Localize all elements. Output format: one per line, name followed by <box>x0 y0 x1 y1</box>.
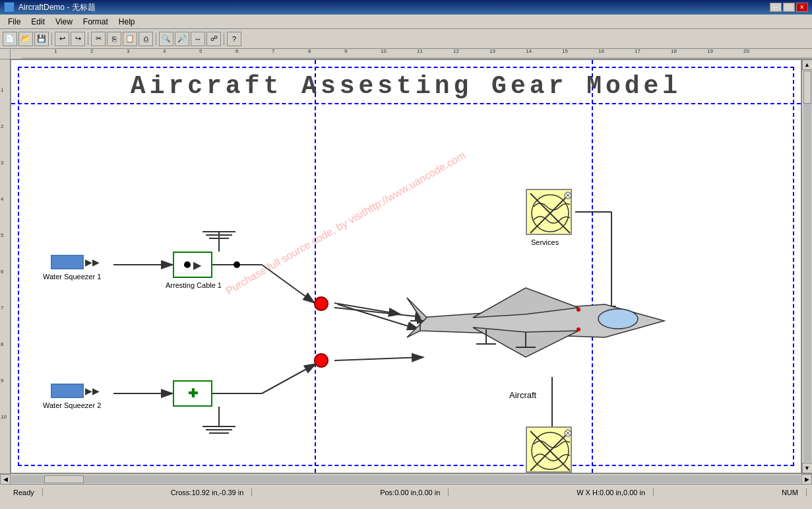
zoom-in-button[interactable]: 🔍 <box>159 32 173 46</box>
main-area: 1 2 3 4 5 6 7 8 9 10 Aircraft Assesting … <box>0 59 812 473</box>
services-1-block[interactable] <box>526 189 572 235</box>
services-2-block[interactable] <box>526 426 572 473</box>
svg-point-32 <box>598 309 638 329</box>
zoom-fit-button[interactable]: ↔ <box>191 32 205 46</box>
svg-line-7 <box>334 308 427 318</box>
cut-button[interactable]: ✂ <box>91 32 106 46</box>
status-ready: Ready <box>5 489 43 496</box>
junction-dot-1 <box>314 296 328 311</box>
ruler-corner <box>0 49 11 59</box>
status-pos: Pos:0.00 in,0.00 in <box>372 489 449 496</box>
scroll-h-left[interactable]: ◀ <box>0 474 11 485</box>
title-bar-left: AircraftDemo - 无标题 <box>4 2 96 13</box>
copy-button[interactable]: ⎘ <box>107 32 121 46</box>
close-button[interactable]: ✕ <box>796 3 808 12</box>
menu-view[interactable]: View <box>50 16 78 28</box>
status-cross: Cross:10.92 in,-0.39 in <box>163 489 253 496</box>
minimize-button[interactable]: — <box>770 3 782 12</box>
aircraft-svg <box>420 285 671 403</box>
v-divider-2 <box>592 60 593 473</box>
open-button[interactable]: 📂 <box>18 32 33 46</box>
junction-dot-2 <box>314 353 328 368</box>
title-bar-controls: — □ ✕ <box>770 3 808 12</box>
svg-line-27 <box>338 304 419 329</box>
maximize-button[interactable]: □ <box>783 3 795 12</box>
redo-button[interactable]: ↪ <box>71 32 85 46</box>
water-squeezer-2-block[interactable]: ▶▶ <box>51 384 100 398</box>
water-squeezer-1-label: Water Squeezer 1 <box>43 273 101 281</box>
aircraft-label: Aircraft <box>509 390 536 400</box>
title-bar: AircraftDemo - 无标题 — □ ✕ <box>0 0 812 15</box>
print-button[interactable]: ⎙ <box>139 32 153 46</box>
title-bar-text: AircraftDemo - 无标题 <box>18 2 96 13</box>
v-divider-1 <box>315 60 316 473</box>
scroll-v-up[interactable]: ▲ <box>802 59 813 70</box>
watermark: Purchase full source code, by visithttp:… <box>224 149 468 297</box>
svg-point-38 <box>577 308 580 312</box>
arresting-cable-1-block[interactable]: ▶ <box>173 252 212 278</box>
toolbar-sep-1 <box>51 32 52 46</box>
status-bar: Ready Cross:10.92 in,-0.39 in Pos:0.00 i… <box>0 484 812 500</box>
svg-line-11 <box>334 357 423 360</box>
ruler-horizontal: /* ruler ticks generated via CSS */ 1 2 … <box>0 49 812 59</box>
scroll-v: ▲ ▼ <box>801 59 812 473</box>
water-squeezer-1-block[interactable]: ▶▶ <box>51 255 100 269</box>
svg-marker-31 <box>407 298 427 337</box>
svg-line-5 <box>262 265 315 303</box>
water-squeezer-2-label: Water Squeezer 2 <box>43 401 101 409</box>
zoom-out-button[interactable]: 🔎 <box>175 32 189 46</box>
app-name: AircraftDemo <box>18 3 65 12</box>
diagram-title: Aircraft Assesting Gear Model <box>11 72 801 104</box>
status-size: W X H:0.00 in,0.00 in <box>569 489 654 496</box>
toolbar-sep-4 <box>224 32 224 46</box>
svg-line-10 <box>262 364 316 393</box>
doc-name: 无标题 <box>72 3 96 12</box>
paste-button[interactable]: 📋 <box>123 32 137 46</box>
title-sep: - <box>67 3 71 12</box>
help-button[interactable]: ? <box>227 32 241 46</box>
menu-edit[interactable]: Edit <box>26 16 50 28</box>
menu-bar: File Edit View Format Help <box>0 15 812 29</box>
svg-point-26 <box>234 261 240 268</box>
arresting-cable-1-label: Arresting Cable 1 <box>166 281 222 289</box>
undo-button[interactable]: ↩ <box>55 32 69 46</box>
save-button[interactable]: 💾 <box>34 32 49 46</box>
zoom-custom-button[interactable]: ☍ <box>206 32 221 46</box>
canvas[interactable]: Aircraft Assesting Gear Model <box>11 59 801 473</box>
scroll-h-right[interactable]: ▶ <box>801 474 812 485</box>
toolbar-sep-3 <box>156 32 156 46</box>
svg-line-6 <box>334 303 400 314</box>
app-icon <box>4 2 15 13</box>
diagram-title-text: Aircraft Assesting Gear Model <box>131 72 681 100</box>
watermark-text: Purchase full source code, by visithttp:… <box>224 149 468 296</box>
ruler-vertical: 1 2 3 4 5 6 7 8 9 10 <box>0 59 11 473</box>
menu-format[interactable]: Format <box>78 16 113 28</box>
menu-file[interactable]: File <box>3 16 26 28</box>
toolbar: 📄 📂 💾 ↩ ↪ ✂ ⎘ 📋 ⎙ 🔍 🔎 ↔ ☍ ? <box>0 29 812 49</box>
scroll-h: ◀ ▶ <box>0 473 812 484</box>
new-button[interactable]: 📄 <box>3 32 17 46</box>
toolbar-sep-2 <box>88 32 88 46</box>
scroll-v-down[interactable]: ▼ <box>802 463 813 473</box>
services-1-label: Services <box>531 238 559 246</box>
svg-point-39 <box>577 327 580 331</box>
diagram-svg <box>11 60 801 473</box>
arresting-cable-2-block[interactable]: ✚ <box>173 380 212 407</box>
status-mode: NUM <box>774 489 807 496</box>
menu-help[interactable]: Help <box>113 16 141 28</box>
